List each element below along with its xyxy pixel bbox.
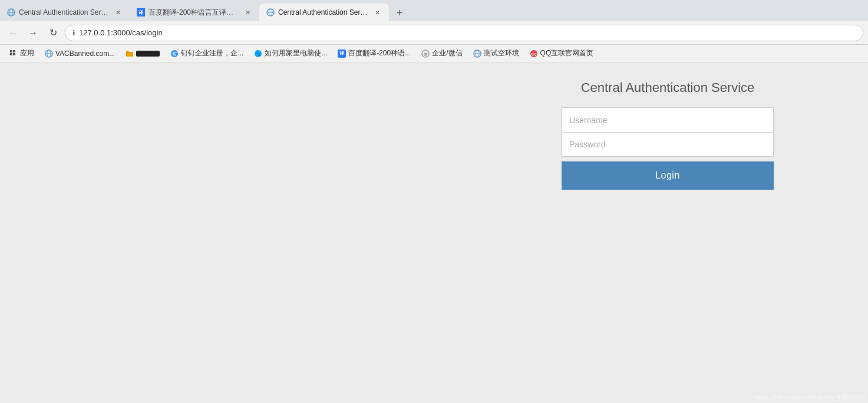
bookmark-vacbanned-label: VACBanned.com... (55, 49, 115, 58)
tab-bar: Central Authentication Service ✕ 译 百度翻译-… (0, 0, 868, 21)
tab-cas-2[interactable]: Central Authentication Service ✕ (259, 4, 389, 21)
svg-rect-7 (13, 50, 15, 52)
tab-close-1[interactable]: ✕ (113, 8, 123, 17)
svg-rect-9 (13, 53, 15, 55)
url-text: 127.0.0.1:3000/cas/login (79, 28, 163, 37)
refresh-button[interactable]: ↻ (45, 25, 61, 41)
tab-title-3: Central Authentication Service (278, 8, 369, 16)
tab-favicon-1 (7, 8, 15, 16)
tab-translate[interactable]: 译 百度翻译-200种语言互译、沟通... ✕ (130, 4, 259, 21)
svg-text:钉: 钉 (172, 52, 177, 56)
address-bar: ← → ↻ ℹ 127.0.0.1:3000/cas/login (0, 21, 868, 45)
bookmark-apps[interactable]: 应用 (5, 47, 39, 60)
bookmark-testenv[interactable]: 测试空环境 (468, 47, 524, 60)
bookmark-apps-label: 应用 (20, 48, 34, 58)
dingding-icon: 钉 (170, 49, 179, 58)
bookmark-dingding-label: 钉钉企业注册，企... (181, 48, 243, 58)
tab-cas-1[interactable]: Central Authentication Service ✕ (0, 4, 130, 21)
tab-title-1: Central Authentication Service (19, 8, 110, 16)
bookmark-testenv-label: 测试空环境 (484, 48, 519, 58)
bookmark-dingding[interactable]: 钉 钉钉企业注册，企... (166, 47, 248, 60)
svg-text:QQ: QQ (531, 52, 537, 56)
apps-grid-icon (9, 49, 18, 58)
login-button[interactable]: Login (562, 161, 774, 190)
testenv-icon (473, 49, 481, 58)
bookmark-howto[interactable]: 🐾 如何用家里电脑使... (249, 47, 332, 60)
wechat-icon: 微 (421, 49, 430, 58)
bookmark-qq-label: QQ互联官网首页 (540, 48, 594, 58)
password-input[interactable] (562, 132, 774, 157)
bookmark-qq[interactable]: QQ QQ互联官网首页 (525, 47, 599, 60)
bookmark-folder-redacted (136, 51, 160, 57)
back-button[interactable]: ← (5, 25, 21, 41)
login-container: Central Authentication Service Login (562, 80, 774, 190)
svg-text:🐾: 🐾 (256, 51, 261, 57)
page-title: Central Authentication Service (581, 80, 755, 95)
bookmarks-bar: 应用 VACBanned.com... 钉 钉钉企业注册，企... 🐾 如何用家 (0, 45, 868, 62)
paw-icon: 🐾 (254, 49, 262, 58)
tab-close-3[interactable]: ✕ (372, 8, 382, 17)
url-bar[interactable]: ℹ 127.0.0.1:3000/cas/login (65, 25, 863, 41)
watermark: https://blog.csdn.net/weixin_43972915 (755, 394, 866, 401)
svg-rect-6 (10, 50, 12, 52)
tab-favicon-2: 译 (137, 8, 145, 16)
bookmark-wechat-label: 企业/微信 (432, 48, 462, 58)
bookmark-folder[interactable] (121, 48, 164, 59)
bookmark-globe-icon (45, 49, 53, 58)
new-tab-button[interactable]: + (391, 5, 408, 21)
svg-rect-8 (10, 53, 12, 55)
tab-close-2[interactable]: ✕ (243, 8, 252, 17)
svg-text:微: 微 (424, 52, 427, 56)
url-secure-icon: ℹ (72, 29, 75, 37)
bookmark-howto-label: 如何用家里电脑使... (265, 48, 327, 58)
bookmark-baidu-translate[interactable]: 译 百度翻译-200种语... (333, 47, 415, 60)
bookmark-vacbanned[interactable]: VACBanned.com... (40, 48, 120, 59)
bookmark-wechat[interactable]: 微 企业/微信 (417, 47, 467, 60)
folder-icon (126, 49, 134, 58)
forward-button[interactable]: → (25, 25, 41, 41)
username-input[interactable] (562, 107, 774, 132)
page-content: Central Authentication Service Login htt… (0, 62, 868, 403)
translate-icon: 译 (338, 49, 346, 58)
qq-icon: QQ (530, 49, 538, 58)
tab-favicon-3 (266, 8, 275, 16)
bookmark-translate-label: 百度翻译-200种语... (348, 48, 411, 58)
browser-chrome: Central Authentication Service ✕ 译 百度翻译-… (0, 0, 868, 62)
tab-title-2: 百度翻译-200种语言互译、沟通... (148, 8, 239, 18)
